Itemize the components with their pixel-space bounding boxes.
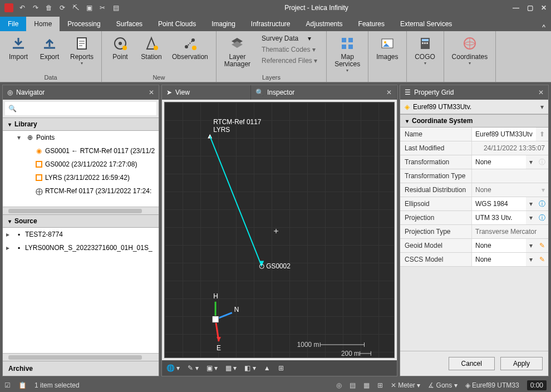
export-button[interactable]: Export xyxy=(36,32,63,68)
tab-file[interactable]: File xyxy=(0,17,26,31)
unit-gons[interactable]: ∡ Gons ▾ xyxy=(428,381,457,389)
points-icon: ⊕ xyxy=(26,134,34,141)
ribbon-group-new: New xyxy=(152,73,165,82)
svg-rect-9 xyxy=(348,38,353,42)
edit-icon[interactable]: ✎ xyxy=(536,242,548,249)
globe-icon[interactable]: 🌐 ▾ xyxy=(166,364,180,372)
station-button[interactable]: Station xyxy=(137,32,165,63)
tab-processing[interactable]: Processing xyxy=(60,17,108,31)
tab-infrastructure[interactable]: Infrastructure xyxy=(243,17,298,31)
tab-features[interactable]: Features xyxy=(351,17,392,31)
view-toolbar: 🌐 ▾ ✎ ▾ ▣ ▾ ▦ ▾ ◧ ▾ ▲ ⊞ xyxy=(162,360,397,376)
tab-adjustments[interactable]: Adjustments xyxy=(298,17,351,31)
redo-icon[interactable]: ↷ xyxy=(31,3,40,12)
cogo-button[interactable]: COGO▾ xyxy=(411,32,439,68)
nav-tool-icon[interactable]: ✎ ▾ xyxy=(188,364,198,372)
upload-icon[interactable]: ⬆ xyxy=(536,130,548,138)
refresh-icon[interactable]: ⟳ xyxy=(58,3,67,12)
cancel-button[interactable]: Cancel xyxy=(449,357,495,370)
scrollbar[interactable] xyxy=(3,207,159,214)
pin-icon[interactable]: ✕ xyxy=(538,89,544,96)
transformation-select[interactable]: None xyxy=(471,155,526,169)
view-canvas[interactable]: RTCM-Ref 0117 LYRS GS0002 H N E xyxy=(164,102,395,358)
name-field[interactable]: Euref89 UTM33Utv xyxy=(471,128,536,141)
tab-home[interactable]: Home xyxy=(26,17,60,31)
points-node[interactable]: ▾⊕ Points xyxy=(3,131,159,144)
property-context-selector[interactable]: ◈ Euref89 UTM33Utv. ▾ xyxy=(400,100,548,114)
source-header[interactable]: ▾Source xyxy=(3,214,159,228)
projection-type-value: Transverse Mercator xyxy=(471,225,548,238)
observation-button[interactable]: Observation xyxy=(169,32,211,63)
title-bar: ↶ ↷ 🗑 ⟳ ⛏ ▣ ✂ ▤ Project - Leica Infinity… xyxy=(0,0,551,16)
undo-icon[interactable]: ↶ xyxy=(18,3,27,12)
selection-icon: ☑ xyxy=(4,381,11,389)
library-header[interactable]: ▾Library xyxy=(3,117,159,131)
scrollbar[interactable] xyxy=(3,353,159,361)
status-icon[interactable]: ▦ xyxy=(363,381,370,389)
info-icon[interactable]: ⓘ xyxy=(536,213,548,223)
archive-header[interactable]: Archive xyxy=(3,361,159,376)
point-button[interactable]: Point xyxy=(106,32,134,63)
svg-text:RTCM-Ref 0117: RTCM-Ref 0117 xyxy=(213,118,261,126)
navigator-search[interactable]: 🔍 xyxy=(5,102,156,115)
close-button[interactable]: ✕ xyxy=(541,4,547,12)
shade-icon[interactable]: ◧ ▾ xyxy=(244,364,255,372)
thematic-codes-menu[interactable]: Thematic Codes ▾ xyxy=(259,45,319,55)
status-icon[interactable]: ◎ xyxy=(336,381,342,389)
inspector-icon: 🔍 xyxy=(255,89,264,96)
status-icon[interactable]: ▤ xyxy=(350,381,356,389)
pin-icon[interactable]: ✕ xyxy=(386,89,392,96)
source-tree: ▸▪ TEST2-8774 ▸▪ LYRS00NOR_S_20223271600… xyxy=(3,228,159,353)
terrain-icon[interactable]: ▲ xyxy=(264,364,270,372)
pin-icon[interactable]: ✕ xyxy=(149,89,154,96)
info-icon[interactable]: ⓘ xyxy=(536,158,548,167)
point-item[interactable]: RTCM-Ref 0117 (23/11/2022 17:24: xyxy=(3,184,159,198)
minimize-button[interactable]: — xyxy=(513,4,519,12)
images-button[interactable]: Images xyxy=(373,32,401,63)
tab-surfaces[interactable]: Surfaces xyxy=(109,17,150,31)
source-item[interactable]: ▸▪ LYRS00NOR_S_20223271600_01H_01S_ xyxy=(3,241,159,254)
reports-button[interactable]: Reports▾ xyxy=(67,32,97,68)
ribbon-collapse-button[interactable]: ^ xyxy=(537,23,551,31)
status-icon[interactable]: ⊞ xyxy=(377,381,383,389)
cube-icon[interactable]: ▦ ▾ xyxy=(225,364,237,372)
point-item[interactable]: GS0002 (23/11/2022 17:27:08) xyxy=(3,158,159,171)
view-icon: ➤ xyxy=(166,89,172,96)
coord-system-status[interactable]: ◈ Euref89 UTM33 xyxy=(465,381,519,389)
survey-data-menu[interactable]: Survey Data ▾ xyxy=(259,33,319,43)
search-input[interactable] xyxy=(19,105,153,112)
info-icon[interactable]: ⓘ xyxy=(536,199,548,209)
cscs-select[interactable]: None xyxy=(471,253,526,266)
extent-icon[interactable]: ▣ ▾ xyxy=(206,364,218,372)
tab-external-services[interactable]: External Services xyxy=(392,17,460,31)
source-item[interactable]: ▸▪ TEST2-8774 xyxy=(3,228,159,241)
geoid-select[interactable]: None xyxy=(471,239,526,252)
coord-system-header[interactable]: ▾Coordinate System xyxy=(400,114,548,128)
layout-icon[interactable]: ▤ xyxy=(111,3,120,12)
ellipsoid-select[interactable]: WGS 1984 xyxy=(471,197,526,210)
svg-point-13 xyxy=(384,41,386,43)
maximize-button[interactable]: ▢ xyxy=(527,4,533,12)
tab-point-clouds[interactable]: Point Clouds xyxy=(150,17,204,31)
referenced-files-menu[interactable]: Referenced Files ▾ xyxy=(259,56,319,66)
apply-button[interactable]: Apply xyxy=(500,357,543,370)
grid-icon[interactable]: ⊞ xyxy=(278,364,284,372)
unit-meter[interactable]: ✕ Meter ▾ xyxy=(391,381,420,389)
projection-select[interactable]: UTM 33 Utv. xyxy=(471,211,526,224)
tools-icon[interactable]: ✂ xyxy=(98,3,107,12)
delete-icon[interactable]: 🗑 xyxy=(45,3,53,12)
cube-icon[interactable]: ▣ xyxy=(85,3,94,12)
point-item[interactable]: LYRS (23/11/2022 16:59:42) xyxy=(3,171,159,184)
import-button[interactable]: Import xyxy=(4,32,32,68)
coordinates-button[interactable]: Coordinates▾ xyxy=(449,32,491,68)
edit-icon[interactable]: ✎ xyxy=(536,256,548,263)
rtcm-icon xyxy=(35,187,43,195)
map-services-button[interactable]: Map Services▾ xyxy=(331,32,363,75)
tool-icon[interactable]: ⛏ xyxy=(71,3,80,12)
svg-point-7 xyxy=(192,46,196,50)
point-item[interactable]: ◉ GS0001 ← RTCM-Ref 0117 (23/11/2 xyxy=(3,144,159,158)
tab-imaging[interactable]: Imaging xyxy=(204,17,243,31)
target-icon: ◉ xyxy=(35,147,43,155)
svg-rect-8 xyxy=(342,38,346,42)
layer-manager-button[interactable]: Layer Manager xyxy=(221,32,254,70)
